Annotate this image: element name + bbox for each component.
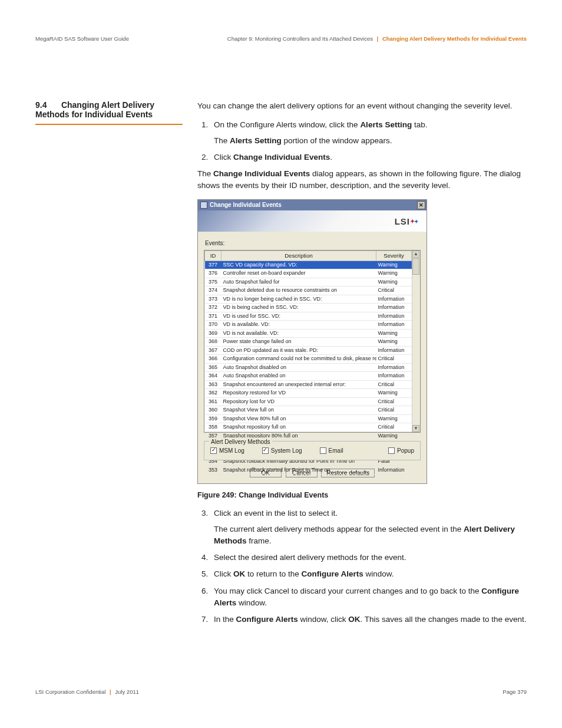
doc-title: MegaRAID SAS Software User Guide <box>35 35 129 42</box>
table-row[interactable]: 373VD is no longer being cached in SSC. … <box>205 295 412 304</box>
cell-severity: Critical <box>376 423 412 432</box>
cell-description: Snapshot encountered an unexpected inter… <box>222 380 376 389</box>
cell-description: Snapshot View 80% full on <box>222 414 376 423</box>
step-7: In the Configure Alerts window, click OK… <box>210 614 527 625</box>
system-log-checkbox[interactable]: ✓ System Log <box>262 446 302 455</box>
cell-description: Snapshot deleted due to resource constra… <box>222 286 376 295</box>
table-row[interactable]: 369VD is not available. VD:Warning <box>205 329 412 338</box>
table-row[interactable]: 353Snapshot rollback started for Point I… <box>205 466 412 475</box>
app-icon <box>200 202 207 209</box>
steps-list-1: On the Configure Alerts window, click th… <box>210 119 527 163</box>
scroll-thumb[interactable] <box>412 258 419 275</box>
section-heading: 9.4 Changing Alert Delivery Methods for … <box>35 100 183 125</box>
table-row[interactable]: 376Controller reset on-board expanderWar… <box>205 269 412 278</box>
table-row[interactable]: 363Snapshot encountered an unexpected in… <box>205 380 412 389</box>
cell-description: VD is available. VD: <box>222 321 376 330</box>
cell-id: 373 <box>205 295 222 304</box>
footer-right: Page 379 <box>503 689 527 695</box>
cell-description: SSC VD capacity changed. VD: <box>222 261 376 269</box>
cell-id: 369 <box>205 329 222 338</box>
cell-severity: Warning <box>376 278 412 286</box>
table-row[interactable]: 374Snapshot deleted due to resource cons… <box>205 286 412 295</box>
table-row[interactable]: 366Configuration command could not be co… <box>205 355 412 364</box>
cell-severity: Critical <box>376 286 412 295</box>
cell-description: VD is used for SSC. VD: <box>222 312 376 321</box>
table-row[interactable]: 371VD is used for SSC. VD:Information <box>205 312 412 321</box>
table-row[interactable]: 362Repository restored for VDWarning <box>205 389 412 398</box>
change-individual-events-dialog: Change Individual Events ✕ LSI✦ Events: … <box>197 199 427 484</box>
body-column: You can change the alert delivery option… <box>197 100 527 630</box>
cell-description: Auto Snapshot enabled on <box>222 372 376 381</box>
cell-severity: Information <box>376 466 412 475</box>
cell-severity: Warning <box>376 338 412 347</box>
cell-id: 374 <box>205 286 222 295</box>
cell-severity: Critical <box>376 355 412 364</box>
separator-icon: | <box>377 35 379 42</box>
cell-severity: Information <box>376 372 412 381</box>
email-checkbox[interactable]: Email <box>320 446 343 455</box>
cell-id: 362 <box>205 389 222 398</box>
breadcrumb: Chapter 9: Monitoring Controllers and It… <box>227 35 527 42</box>
footer-left: LSI Corporation Confidential | July 2011 <box>35 689 139 695</box>
cell-id: 353 <box>205 466 222 475</box>
table-row[interactable]: 375Auto Snapshot failed forWarning <box>205 278 412 286</box>
cell-severity: Information <box>376 312 412 321</box>
table-row[interactable]: 377SSC VD capacity changed. VD:Warning <box>205 261 412 269</box>
cell-severity: Warning <box>376 329 412 338</box>
popup-checkbox[interactable]: Popup <box>388 446 414 455</box>
scroll-up-icon[interactable]: ▲ <box>412 251 419 258</box>
table-row[interactable]: 360Snapshot View full onCritical <box>205 406 412 415</box>
table-row[interactable]: 359Snapshot View 80% full onWarning <box>205 414 412 423</box>
col-severity[interactable]: Severity <box>376 251 412 261</box>
alert-delivery-methods-frame: Alert Delivery Methods ✓ MSM Log ✓ Syste… <box>204 441 421 460</box>
table-row[interactable]: 361Repository lost for VDCritical <box>205 397 412 406</box>
checkbox-icon[interactable] <box>320 447 326 454</box>
step-6: You may click Cancel to discard your cur… <box>210 585 527 610</box>
checkbox-icon[interactable]: ✓ <box>210 447 217 454</box>
table-row[interactable]: 365Auto Snapshot disabled onInformation <box>205 363 412 372</box>
cell-id: 360 <box>205 406 222 415</box>
cell-id: 370 <box>205 321 222 330</box>
close-icon[interactable]: ✕ <box>417 201 425 209</box>
checkbox-icon[interactable] <box>388 447 395 454</box>
intro-paragraph: You can change the alert delivery option… <box>197 100 527 112</box>
cell-description: Power state change failed on <box>222 338 376 347</box>
col-description[interactable]: Description <box>222 251 376 261</box>
cell-severity: Warning <box>376 389 412 398</box>
events-table[interactable]: ID Description Severity 377SSC VD capaci… <box>204 251 412 432</box>
table-row[interactable]: 370VD is available. VD:Information <box>205 321 412 330</box>
cell-severity: Information <box>376 321 412 330</box>
events-label: Events: <box>205 239 421 248</box>
table-row[interactable]: 367COD on PD updated as it was stale. PD… <box>205 346 412 355</box>
cell-description: Snapshot repository full on <box>222 423 376 432</box>
cell-id: 372 <box>205 304 222 312</box>
step-2: Click Change Individual Events. <box>210 151 527 163</box>
scrollbar[interactable]: ▲ ▼ <box>412 251 420 432</box>
cell-severity: Warning <box>376 269 412 278</box>
dialog-titlebar[interactable]: Change Individual Events ✕ <box>198 200 427 210</box>
table-row[interactable]: 368Power state change failed onWarning <box>205 338 412 347</box>
table-row[interactable]: 372VD is being cached in SSC. VD:Informa… <box>205 304 412 312</box>
checkbox-icon[interactable]: ✓ <box>262 447 269 454</box>
cell-id: 366 <box>205 355 222 364</box>
cell-id: 368 <box>205 338 222 347</box>
cell-id: 364 <box>205 372 222 381</box>
col-id[interactable]: ID <box>205 251 222 261</box>
cell-severity: Critical <box>376 380 412 389</box>
pre-figure-paragraph: The Change Individual Events dialog appe… <box>197 168 527 192</box>
cell-description: VD is not available. VD: <box>222 329 376 338</box>
cell-severity: Warning <box>376 414 412 423</box>
section-breadcrumb: Changing Alert Delivery Methods for Indi… <box>382 35 527 42</box>
separator-icon: | <box>110 689 111 695</box>
table-row[interactable]: 364Auto Snapshot enabled onInformation <box>205 372 412 381</box>
section-number: 9.4 <box>35 100 59 110</box>
cell-id: 367 <box>205 346 222 355</box>
cell-severity: Information <box>376 346 412 355</box>
cell-description: Configuration command could not be commi… <box>222 355 376 364</box>
cell-id: 377 <box>205 261 222 269</box>
scroll-down-icon[interactable]: ▼ <box>412 425 419 432</box>
table-row[interactable]: 358Snapshot repository full onCritical <box>205 423 412 432</box>
msm-log-checkbox[interactable]: ✓ MSM Log <box>210 446 244 455</box>
dialog-banner: LSI✦ <box>198 210 427 232</box>
cell-severity: Critical <box>376 397 412 406</box>
